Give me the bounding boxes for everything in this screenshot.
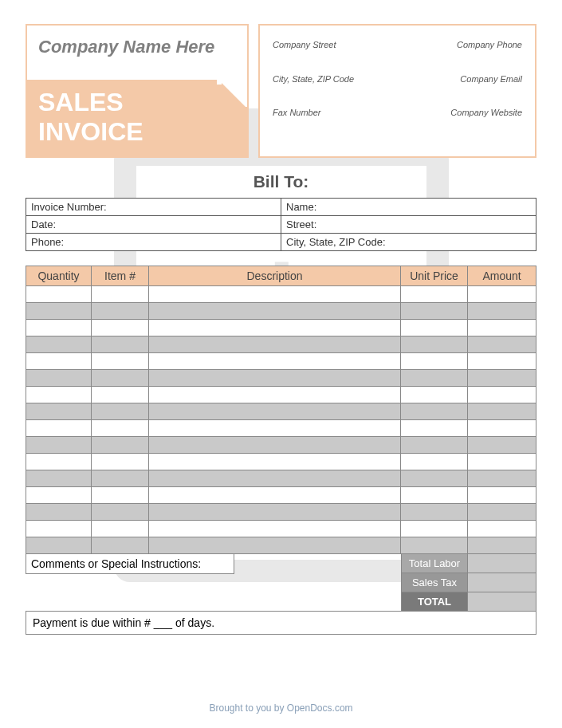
date-label[interactable]: Date: [26,216,281,234]
table-row[interactable] [26,303,536,320]
table-cell[interactable] [26,537,92,554]
table-cell[interactable] [26,470,92,487]
table-row[interactable] [26,504,536,521]
table-cell[interactable] [401,454,468,470]
table-cell[interactable] [149,504,401,521]
table-cell[interactable] [468,454,536,470]
table-cell[interactable] [26,336,92,353]
table-cell[interactable] [92,420,149,437]
table-row[interactable] [26,286,536,303]
table-cell[interactable] [92,454,149,470]
table-cell[interactable] [26,437,92,454]
table-cell[interactable] [149,470,401,487]
table-cell[interactable] [149,320,401,336]
table-row[interactable] [26,487,536,504]
table-cell[interactable] [401,353,468,370]
table-cell[interactable] [26,387,92,403]
table-cell[interactable] [92,353,149,370]
table-row[interactable] [26,437,536,454]
table-cell[interactable] [26,403,92,420]
table-cell[interactable] [468,504,536,521]
table-cell[interactable] [468,420,536,437]
table-cell[interactable] [468,470,536,487]
table-cell[interactable] [468,353,536,370]
bill-name-label[interactable]: Name: [281,199,536,216]
table-cell[interactable] [149,454,401,470]
table-cell[interactable] [401,504,468,521]
table-row[interactable] [26,521,536,537]
table-cell[interactable] [149,353,401,370]
table-cell[interactable] [468,521,536,537]
table-cell[interactable] [401,487,468,504]
table-cell[interactable] [92,320,149,336]
table-cell[interactable] [149,336,401,353]
table-cell[interactable] [468,286,536,303]
table-cell[interactable] [149,286,401,303]
table-row[interactable] [26,387,536,403]
table-cell[interactable] [468,387,536,403]
table-cell[interactable] [401,437,468,454]
table-cell[interactable] [468,320,536,336]
table-row[interactable] [26,537,536,554]
table-cell[interactable] [401,537,468,554]
table-cell[interactable] [401,320,468,336]
table-cell[interactable] [149,437,401,454]
table-cell[interactable] [92,403,149,420]
bill-street-label[interactable]: Street: [281,216,536,234]
table-cell[interactable] [401,420,468,437]
table-cell[interactable] [149,521,401,537]
table-cell[interactable] [26,353,92,370]
table-cell[interactable] [468,303,536,320]
table-cell[interactable] [92,370,149,387]
table-cell[interactable] [468,537,536,554]
table-row[interactable] [26,420,536,437]
table-row[interactable] [26,370,536,387]
table-cell[interactable] [149,303,401,320]
table-row[interactable] [26,470,536,487]
table-cell[interactable] [26,286,92,303]
table-cell[interactable] [468,370,536,387]
table-cell[interactable] [401,403,468,420]
table-cell[interactable] [26,504,92,521]
table-cell[interactable] [401,470,468,487]
table-cell[interactable] [149,420,401,437]
table-row[interactable] [26,320,536,336]
table-cell[interactable] [149,387,401,403]
total-labor-value[interactable] [468,554,536,573]
table-row[interactable] [26,454,536,470]
sales-tax-value[interactable] [468,573,536,592]
table-cell[interactable] [92,286,149,303]
table-cell[interactable] [26,320,92,336]
table-cell[interactable] [468,403,536,420]
table-cell[interactable] [401,286,468,303]
table-cell[interactable] [92,470,149,487]
table-cell[interactable] [92,504,149,521]
table-cell[interactable] [92,336,149,353]
table-cell[interactable] [468,336,536,353]
table-cell[interactable] [26,420,92,437]
table-cell[interactable] [149,370,401,387]
table-cell[interactable] [26,521,92,537]
table-cell[interactable] [26,303,92,320]
grand-total-value[interactable] [468,592,536,612]
table-cell[interactable] [26,487,92,504]
table-cell[interactable] [401,303,468,320]
table-cell[interactable] [468,437,536,454]
table-cell[interactable] [26,370,92,387]
bill-city-label[interactable]: City, State, ZIP Code: [281,234,536,251]
table-row[interactable] [26,353,536,370]
table-cell[interactable] [92,537,149,554]
table-cell[interactable] [401,387,468,403]
table-cell[interactable] [149,537,401,554]
invoice-number-label[interactable]: Invoice Number: [26,199,281,216]
table-cell[interactable] [149,403,401,420]
table-cell[interactable] [26,454,92,470]
table-cell[interactable] [401,521,468,537]
phone-label[interactable]: Phone: [26,234,281,251]
table-cell[interactable] [468,487,536,504]
table-cell[interactable] [92,303,149,320]
table-row[interactable] [26,403,536,420]
table-cell[interactable] [92,521,149,537]
table-cell[interactable] [92,437,149,454]
table-cell[interactable] [401,370,468,387]
